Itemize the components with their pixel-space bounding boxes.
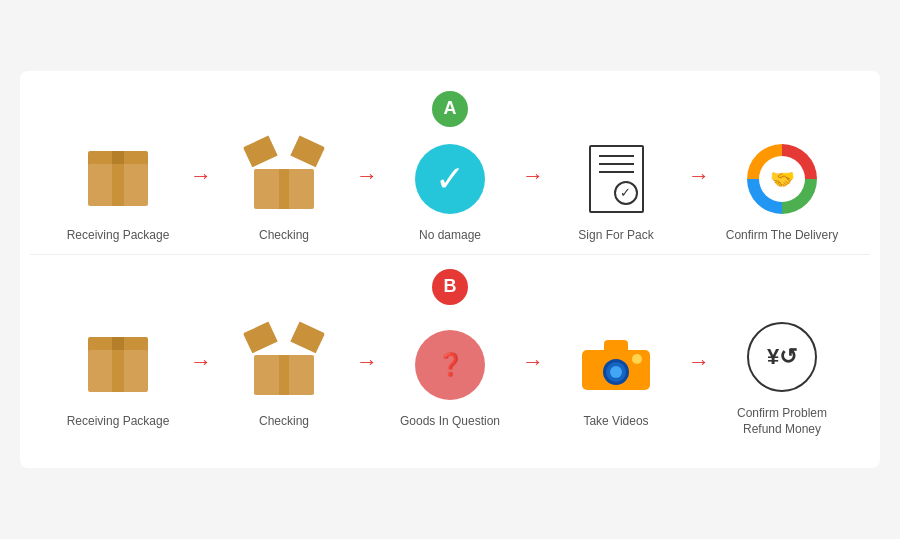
arrow-b-2: → xyxy=(356,349,378,375)
flow-b: Receiving Package → Checking → xyxy=(48,317,852,439)
step-a-1: Receiving Package xyxy=(48,139,188,244)
step-a-2-label: Checking xyxy=(259,227,309,244)
main-container: A Receiving Package → xyxy=(20,71,880,468)
package-open-b xyxy=(254,335,314,395)
step-a-1-label: Receiving Package xyxy=(67,227,170,244)
step-b-3-label: Goods In Question xyxy=(400,413,500,430)
step-a-4-label: Sign For Pack xyxy=(578,227,653,244)
step-b-4: Take Videos xyxy=(546,325,686,430)
badge-b: B xyxy=(432,269,468,305)
step-a-2: Checking xyxy=(214,139,354,244)
confirm-delivery-icon: 🤝 xyxy=(742,139,822,219)
document-icon: ✓ xyxy=(589,145,644,213)
arrow-b-3: → xyxy=(522,349,544,375)
arrow-b-1: → xyxy=(190,349,212,375)
step-a-5: 🤝 Confirm The Delivery xyxy=(712,139,852,244)
arrow-b-4: → xyxy=(688,349,710,375)
step-a-3-label: No damage xyxy=(419,227,481,244)
step-a-3: ✓ No damage xyxy=(380,139,520,244)
checking-icon-b xyxy=(244,325,324,405)
flow-a: Receiving Package → Checking → xyxy=(48,139,852,244)
yen-icon: ¥↺ xyxy=(767,344,797,370)
question-marks-icon: ❓ xyxy=(437,352,464,378)
step-b-2: Checking xyxy=(214,325,354,430)
section-b: B Receiving Package → xyxy=(30,269,870,439)
step-b-4-label: Take Videos xyxy=(583,413,648,430)
step-b-2-label: Checking xyxy=(259,413,309,430)
package-closed-a xyxy=(88,151,148,206)
no-damage-icon: ✓ xyxy=(410,139,490,219)
refund-circle: ¥↺ xyxy=(747,322,817,392)
take-videos-icon xyxy=(576,325,656,405)
step-a-5-label: Confirm The Delivery xyxy=(726,227,838,244)
question-circle: ❓ xyxy=(415,330,485,400)
package-closed-b xyxy=(88,337,148,392)
package-open-a xyxy=(254,149,314,209)
confirm-inner: 🤝 xyxy=(759,156,805,202)
step-b-1-label: Receiving Package xyxy=(67,413,170,430)
camera-icon xyxy=(582,340,650,390)
checking-icon-a xyxy=(244,139,324,219)
arrow-a-2: → xyxy=(356,163,378,189)
step-b-5-label: Confirm Problem Refund Money xyxy=(737,405,827,439)
step-a-4: ✓ Sign For Pack xyxy=(546,139,686,244)
no-damage-circle: ✓ xyxy=(415,144,485,214)
doc-check-icon: ✓ xyxy=(614,181,638,205)
section-a: A Receiving Package → xyxy=(30,91,870,244)
receiving-package-icon-b xyxy=(78,325,158,405)
receiving-package-icon-a xyxy=(78,139,158,219)
checkmark-icon: ✓ xyxy=(435,161,465,197)
step-b-5: ¥↺ Confirm Problem Refund Money xyxy=(712,317,852,439)
section-divider xyxy=(30,254,870,255)
badge-a: A xyxy=(432,91,468,127)
goods-question-icon: ❓ xyxy=(410,325,490,405)
arrow-a-4: → xyxy=(688,163,710,189)
step-b-1: Receiving Package xyxy=(48,325,188,430)
refund-icon: ¥↺ xyxy=(742,317,822,397)
sign-pack-icon: ✓ xyxy=(576,139,656,219)
confirm-circle: 🤝 xyxy=(747,144,817,214)
arrow-a-1: → xyxy=(190,163,212,189)
arrow-a-3: → xyxy=(522,163,544,189)
step-b-3: ❓ Goods In Question xyxy=(380,325,520,430)
